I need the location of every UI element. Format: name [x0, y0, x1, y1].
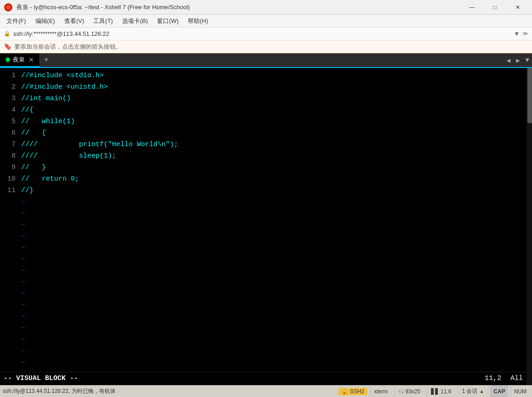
vim-mode: -- VISUAL BLOCK -- — [4, 372, 485, 385]
sessions-arrow-icon: ▲ — [479, 389, 484, 394]
tab-dropdown-button[interactable]: ▼ — [523, 53, 532, 67]
ssh-address: ssh://ly:**********@113.44.51.126:22 — [13, 30, 513, 37]
status-cursor: ▋▋ 11,6 — [427, 386, 455, 397]
tilde-line: ~ — [21, 369, 525, 372]
vim-scroll: All — [510, 372, 523, 385]
sessions-label: 1 会话 — [462, 387, 477, 395]
code-line: //} — [21, 185, 525, 196]
tilde-line: ~ — [21, 323, 525, 334]
code-line: // { — [21, 127, 525, 139]
tilde-line: ~ — [21, 311, 525, 323]
vim-position: 11,2 — [485, 372, 501, 385]
tilde-line: ~ — [21, 219, 525, 231]
tab-bar: 夜泉 ✕ + ◀ ▶ ▼ — [0, 53, 532, 68]
line-number: 5 — [7, 116, 16, 127]
status-connection: ssh://ly@113.44.51.126:22, 为时已晚，有机体 — [3, 387, 336, 395]
tilde-line: ~ — [21, 277, 525, 288]
code-line: //#include <stdio.h> — [21, 70, 525, 81]
tab-add-button[interactable]: + — [40, 53, 53, 67]
code-lines: //#include <stdio.h>//#include <unistd.h… — [19, 70, 526, 370]
status-size: ↑↓ 93x25 — [394, 386, 424, 397]
expand-icon[interactable]: ≫ — [522, 30, 528, 37]
tilde-line: ~ — [21, 265, 525, 277]
vim-status-bar: -- VISUAL BLOCK -- 11,2 All — [0, 372, 526, 385]
svg-point-1 — [6, 5, 11, 10]
scrollbar[interactable] — [526, 68, 532, 385]
code-line: //int main() — [21, 93, 525, 104]
terminal-content[interactable]: 1234567891011 //#include <stdio.h>//#inc… — [0, 68, 526, 385]
line-number: 2 — [7, 81, 16, 93]
tab-close-button[interactable]: ✕ — [28, 56, 34, 63]
line-number: 3 — [7, 93, 16, 104]
status-num: NUM — [511, 386, 529, 397]
scroll-thumb[interactable] — [527, 68, 532, 123]
line-number: 10 — [7, 173, 16, 185]
minimize-button[interactable]: — — [461, 0, 482, 15]
line-number: 7 — [7, 139, 16, 150]
ssh-bar: 🔒 ssh://ly:**********@113.44.51.126:22 ▼… — [0, 28, 532, 40]
tab-prev-button[interactable]: ◀ — [504, 53, 513, 67]
menu-help[interactable]: 帮助(H) — [183, 16, 213, 26]
tilde-line: ~ — [21, 357, 525, 369]
code-line: //{ — [21, 104, 525, 116]
line-number: 11 — [7, 185, 16, 196]
code-area: 1234567891011 //#include <stdio.h>//#inc… — [0, 68, 526, 372]
lock-icon: 🔒 — [4, 30, 11, 37]
menu-view[interactable]: 查看(V) — [60, 16, 89, 26]
tab-navigation: ◀ ▶ ▼ — [504, 53, 532, 67]
tab-status-dot — [6, 57, 10, 62]
window-title: 夜泉 - ly@hcss-ecs-0f5a: ~/test - Xshell 7… — [17, 3, 461, 11]
bookmark-text: 要添加当前会话，点击左侧的箭头按钮。 — [14, 43, 122, 51]
ssh-dropdown-button[interactable]: ▼ — [513, 30, 521, 38]
tilde-line: ~ — [21, 242, 525, 254]
ssh-protocol: SSH2 — [350, 388, 364, 395]
tilde-line: ~ — [21, 346, 525, 357]
line-number: 4 — [7, 104, 16, 116]
close-button[interactable]: ✕ — [507, 0, 528, 15]
line-numbers: 1234567891011 — [0, 70, 19, 370]
code-line: // while(1) — [21, 116, 525, 127]
menu-edit[interactable]: 编辑(E) — [31, 16, 60, 26]
code-line: //// sleep(1); — [21, 150, 525, 162]
code-line: // return 0; — [21, 173, 525, 185]
tilde-line: ~ — [21, 208, 525, 219]
maximize-button[interactable]: □ — [484, 0, 505, 15]
status-cap: CAP — [490, 386, 508, 397]
app-icon — [4, 3, 13, 12]
tilde-line: ~ — [21, 300, 525, 311]
line-number: 9 — [7, 162, 16, 173]
line-number: 1 — [7, 70, 16, 81]
tilde-line: ~ — [21, 334, 525, 346]
ssh-lock-icon: 🔒 — [341, 388, 348, 395]
menu-bar: 文件(F) 编辑(E) 查看(V) 工具(T) 选项卡(B) 窗口(W) 帮助(… — [0, 15, 532, 28]
line-number: 8 — [7, 150, 16, 162]
tab-yequan[interactable]: 夜泉 ✕ — [0, 53, 40, 67]
tilde-line: ~ — [21, 196, 525, 208]
status-terminal: xterm — [370, 386, 392, 397]
tilde-line: ~ — [21, 288, 525, 300]
window-controls: — □ ✕ — [461, 0, 528, 15]
code-line: // } — [21, 162, 525, 173]
menu-tools[interactable]: 工具(T) — [89, 16, 118, 26]
code-line: //#include <unistd.h> — [21, 81, 525, 93]
tab-next-button[interactable]: ▶ — [513, 53, 522, 67]
menu-tabs[interactable]: 选项卡(B) — [118, 16, 152, 26]
tilde-line: ~ — [21, 231, 525, 242]
status-bar: ssh://ly@113.44.51.126:22, 为时已晚，有机体 🔒 SS… — [0, 385, 532, 397]
title-bar: 夜泉 - ly@hcss-ecs-0f5a: ~/test - Xshell 7… — [0, 0, 532, 15]
line-number: 6 — [7, 127, 16, 139]
tab-label: 夜泉 — [13, 56, 25, 64]
menu-file[interactable]: 文件(F) — [2, 16, 31, 26]
menu-window[interactable]: 窗口(W) — [152, 16, 183, 26]
status-ssh-badge: 🔒 SSH2 — [338, 388, 367, 395]
bookmark-icon: 🔖 — [4, 43, 11, 51]
code-line: //// printf("Hello World\n"); — [21, 139, 525, 150]
terminal-area: 1234567891011 //#include <stdio.h>//#inc… — [0, 68, 532, 385]
tilde-line: ~ — [21, 254, 525, 265]
status-sessions: 1 会话 ▲ — [458, 386, 487, 397]
bookmark-bar: 🔖 要添加当前会话，点击左侧的箭头按钮。 — [0, 40, 532, 53]
